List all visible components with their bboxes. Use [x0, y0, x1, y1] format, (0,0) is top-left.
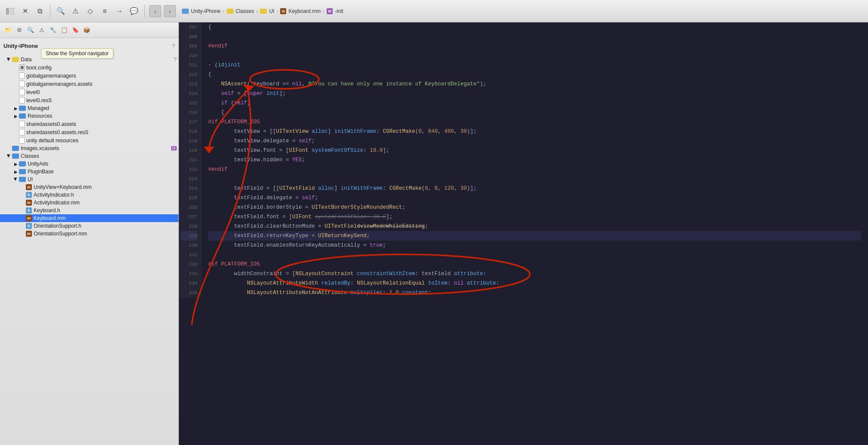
sidebar-item-unity-default[interactable]: unity default resources — [0, 136, 178, 144]
sidebar-label-gma: globalgamemanagers.assets — [26, 81, 177, 87]
tooltip: Show the Symbol navigator — [41, 48, 113, 59]
code-line-232: #if PLATFORM_IOS — [208, 260, 861, 269]
back-button[interactable]: ‹ — [149, 5, 161, 17]
separator-1 — [50, 5, 50, 18]
sidebar-nav-icon-8[interactable]: 📦 — [82, 25, 91, 35]
code-line-215: if (self) — [208, 98, 861, 108]
ln-210: 210 — [181, 51, 197, 60]
search-icon[interactable]: 🔍 — [55, 5, 67, 17]
file-icon-gm — [19, 72, 25, 79]
forward-button[interactable]: › — [164, 5, 176, 17]
sidebar-label-sa0ress: sharedassets0.assets.resS — [26, 129, 177, 135]
sidebar-item-keyboard-mm[interactable]: m Keyboard.mm — [0, 214, 178, 222]
code-line-235: NSLayoutAttributeNotAnAttribute multipli… — [208, 288, 861, 298]
sidebar-item-sharedassets0-ress[interactable]: sharedassets0.assets.resS — [0, 128, 178, 136]
breadcrumb-classes: Classes — [236, 8, 254, 14]
sidebar-item-ui[interactable]: ▶ UI — [0, 175, 178, 183]
sidebar-toggle-icon[interactable] — [4, 5, 16, 17]
grid-icon[interactable]: ≡ — [99, 5, 111, 17]
ln-233: 233 — [181, 269, 197, 279]
folder-icon-images — [12, 146, 19, 151]
add-tab-icon[interactable]: ⧉ — [34, 5, 46, 17]
ln-222: 222 — [181, 165, 197, 174]
svg-rect-2 — [10, 10, 15, 12]
separator-2 — [144, 5, 145, 18]
folder-icon-unityads — [19, 161, 26, 166]
ln-209: 209 — [181, 41, 197, 51]
code-line-226: textField.borderStyle = UITextBorderStyl… — [208, 203, 861, 212]
sidebar-item-level0[interactable]: level0 — [0, 88, 178, 96]
help-2[interactable]: ? — [174, 56, 177, 63]
sidebar-label-udr: unity default resources — [26, 138, 177, 144]
file-icon-gear: ⚙ — [19, 64, 25, 71]
sidebar-label-gm: globalgamemanagers — [26, 73, 177, 79]
ln-211: 211 — [181, 60, 197, 70]
code-line-222: #endif — [208, 165, 861, 174]
arrow-icon[interactable]: → — [113, 5, 125, 17]
file-icon-level0 — [19, 89, 25, 95]
comment-icon[interactable]: 💬 — [128, 5, 140, 17]
sidebar-item-pluginbase[interactable]: ▶ PluginBase — [0, 168, 178, 175]
ln-226: 226 — [181, 203, 197, 212]
sidebar-label-om: OrientationSupport.mm — [34, 231, 177, 237]
sidebar-label-images: Images.xcassets — [21, 145, 171, 151]
sidebar-item-resources[interactable]: ▶ Resources — [0, 112, 178, 120]
sidebar-nav-icon-3[interactable]: 🔍 — [26, 25, 35, 35]
sidebar-label-sa0: sharedassets0.assets — [26, 121, 177, 127]
main-layout: 📁 ⚙ 🔍 ⚠ 🔧 📋 🔖 📦 Unity-iPhone ? Show the … — [0, 22, 868, 445]
file-tree: ▶ Data ? ⚙ boot.config globalgamemanager… — [0, 53, 178, 445]
code-line-209: #endif — [208, 41, 861, 51]
code-line-214: self = [super init]; — [208, 89, 861, 98]
sidebar-item-orientation-h[interactable]: h OrientationSupport.h — [0, 222, 178, 230]
expand-triangle-ui: ▶ — [14, 177, 18, 182]
ln-224: 224 — [181, 184, 197, 193]
sidebar-item-orientation-mm[interactable]: m OrientationSupport.mm — [0, 230, 178, 238]
sidebar-nav-icon-1[interactable]: 📁 — [3, 25, 13, 35]
folder-icon-managed — [19, 106, 26, 111]
expand-triangle-classes: ▶ — [7, 154, 11, 158]
svg-rect-3 — [10, 13, 15, 15]
sidebar-icons: 📁 ⚙ 🔍 ⚠ 🔧 📋 🔖 📦 — [3, 25, 91, 35]
sidebar-item-level0-ress[interactable]: level0.resS — [0, 96, 178, 104]
sidebar-nav-icon-2[interactable]: ⚙ — [15, 25, 24, 35]
ln-208: 208 — [181, 32, 197, 41]
sidebar-nav-icon-5[interactable]: 🔧 — [48, 25, 58, 35]
breadcrumb-project: Unity-iPhone — [191, 8, 221, 14]
bookmark-icon[interactable]: ◇ — [84, 5, 96, 17]
code-line-208 — [208, 32, 861, 41]
ui-folder-icon — [260, 9, 267, 14]
sidebar-item-globalgamemanagers[interactable]: globalgamemanagers — [0, 72, 178, 80]
ln-229: 229 — [181, 231, 197, 241]
sidebar-nav-icon-4[interactable]: ⚠ — [37, 25, 47, 35]
sidebar-item-activity-h[interactable]: h ActivityIndicator.h — [0, 191, 178, 199]
sidebar-item-globalgamemanagers-assets[interactable]: globalgamemanagers.assets — [0, 80, 178, 88]
sidebar-item-images-xcassets[interactable]: Images.xcassets M — [0, 144, 178, 152]
sidebar-item-classes[interactable]: ▶ Classes — [0, 152, 178, 160]
sidebar-item-keyboard-h[interactable]: h Keyboard.h — [0, 207, 178, 214]
sidebar-nav-icon-7[interactable]: 🔖 — [71, 25, 80, 35]
expand-triangle-managed: ▶ — [14, 106, 18, 110]
ln-216: 216 — [181, 108, 197, 117]
sidebar-item-unitview-keyboard[interactable]: m UnityView+Keyboard.mm — [0, 183, 178, 191]
mm-icon-uvk: m — [26, 184, 32, 190]
ln-228: 228 — [181, 222, 197, 231]
warning-icon[interactable]: ⚠ — [69, 5, 81, 17]
code-editor[interactable]: 207 208 209 210 211 212 213 214 215 216 … — [179, 22, 868, 445]
sidebar-label-resources: Resources — [28, 113, 177, 119]
code-line-229: textField.returnKeyType = UIReturnKeySen… — [208, 231, 861, 241]
sidebar-item-activity-mm[interactable]: m ActivityIndicator.mm — [0, 199, 178, 207]
sidebar-item-managed[interactable]: ▶ Managed — [0, 104, 178, 112]
sidebar-item-unityads[interactable]: ▶ UnityAds — [0, 160, 178, 168]
code-line-207: { — [208, 22, 861, 32]
sidebar-nav-icon-6[interactable]: 📋 — [59, 25, 69, 35]
ln-230: 230 — [181, 241, 197, 250]
breadcrumb-sep-4: › — [323, 8, 325, 14]
help-icon[interactable]: ? — [172, 43, 175, 49]
svg-rect-1 — [10, 8, 15, 9]
ln-220: 220 — [181, 146, 197, 155]
sidebar-item-sharedassets0[interactable]: sharedassets0.assets — [0, 120, 178, 128]
close-tab-icon[interactable]: ✕ — [19, 5, 31, 17]
classes-folder-icon — [227, 9, 234, 14]
sidebar-item-boot-config[interactable]: ⚙ boot.config — [0, 63, 178, 72]
code-line-228: textField.clearButtonMode = UITextFieldv… — [208, 222, 861, 231]
